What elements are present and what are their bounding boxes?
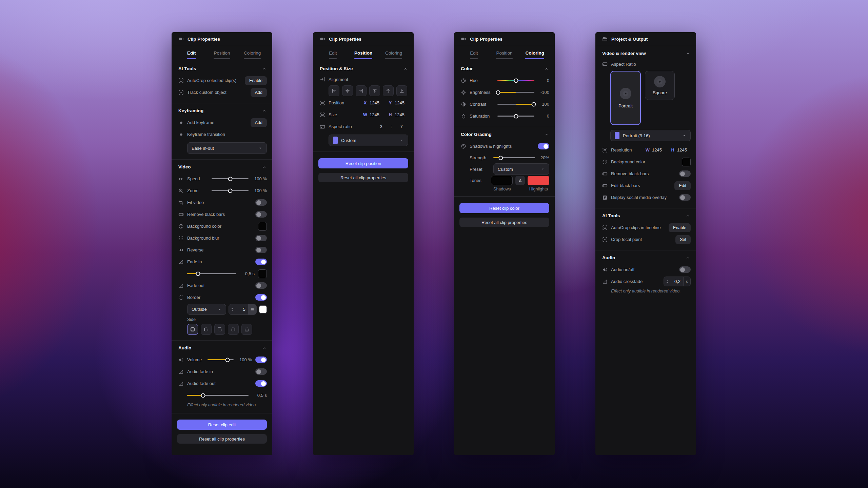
border-color-swatch[interactable] <box>259 305 267 313</box>
section-header[interactable]: Keyframing <box>172 107 272 114</box>
border-style-dropdown[interactable]: Outside <box>187 304 226 315</box>
contrast-slider[interactable] <box>497 102 534 107</box>
chevron-up-icon[interactable] <box>262 109 266 113</box>
align-bottom-button[interactable] <box>396 85 407 96</box>
highlights-color-swatch[interactable] <box>528 176 549 185</box>
side-bottom-button[interactable] <box>241 324 252 335</box>
grading-preset-dropdown[interactable]: Custom <box>493 163 549 175</box>
section-header[interactable]: Color <box>454 65 555 72</box>
side-right-button[interactable] <box>228 324 239 335</box>
aspect-card-portrait[interactable]: Portrait <box>610 71 641 125</box>
x-value-field[interactable]: 1245 <box>370 100 383 105</box>
autocrop-enable-button[interactable]: Enable <box>669 223 691 232</box>
background-blur-toggle[interactable] <box>255 235 267 241</box>
tab-coloring[interactable]: Coloring <box>378 50 409 61</box>
tab-position[interactable]: Position <box>348 50 379 61</box>
section-header[interactable]: Video & render view <box>595 50 696 57</box>
swap-tones-button[interactable] <box>515 176 525 185</box>
crossfade-value-field[interactable]: 0,2 <box>671 279 683 284</box>
align-left-button[interactable] <box>329 85 339 96</box>
h-value-field[interactable]: 1245 <box>395 112 408 117</box>
volume-slider[interactable] <box>208 358 234 362</box>
section-header[interactable]: AI Tools <box>172 65 272 72</box>
align-center-vertical-button[interactable] <box>383 85 394 96</box>
stepper-updown-icon[interactable] <box>664 280 671 284</box>
reset-all-clip-properties-button[interactable]: Reset all clip properties <box>318 173 408 182</box>
tab-edit[interactable]: Edit <box>459 50 489 61</box>
reset-clip-edit-button[interactable]: Reset clip edit <box>177 420 267 430</box>
section-header[interactable]: Video <box>172 164 272 170</box>
volume-toggle[interactable] <box>255 357 267 363</box>
remove-black-bars-toggle[interactable] <box>255 211 267 218</box>
autocrop-enable-button[interactable]: Enable <box>245 76 267 85</box>
background-color-swatch[interactable] <box>258 222 267 231</box>
section-header[interactable]: Audio <box>595 255 696 261</box>
keyframe-transition-dropdown[interactable]: Ease in-out <box>187 142 267 154</box>
reverse-toggle[interactable] <box>255 247 267 253</box>
chevron-up-icon[interactable] <box>403 67 408 71</box>
keyframe-add-button[interactable]: Add <box>251 118 267 127</box>
social-overlay-toggle[interactable] <box>679 194 691 201</box>
audio-fade-out-duration-slider[interactable] <box>187 393 249 398</box>
h-value-field[interactable]: 1245 <box>677 147 691 152</box>
fade-in-color-swatch[interactable] <box>258 269 267 278</box>
tab-position[interactable]: Position <box>207 50 237 61</box>
audio-onoff-toggle[interactable] <box>679 266 691 273</box>
chevron-up-icon[interactable] <box>686 214 690 218</box>
remove-black-bars-toggle[interactable] <box>679 170 691 177</box>
brightness-slider[interactable] <box>497 90 534 95</box>
side-left-button[interactable] <box>201 324 212 335</box>
align-center-horizontal-button[interactable] <box>342 85 353 96</box>
chevron-up-icon[interactable] <box>686 52 690 56</box>
aspect-b-field[interactable]: 7 <box>395 124 408 129</box>
tab-edit[interactable]: Edit <box>318 50 348 61</box>
border-width-stepper[interactable]: 5 <box>229 304 257 315</box>
zoom-slider[interactable] <box>212 188 249 193</box>
fade-in-duration-slider[interactable] <box>187 271 236 276</box>
w-value-field[interactable]: 1245 <box>370 112 383 117</box>
tab-coloring[interactable]: Coloring <box>519 50 550 61</box>
reset-all-clip-properties-button[interactable]: Reset all clip properties <box>177 434 267 444</box>
audio-fade-out-toggle[interactable] <box>255 380 267 387</box>
fit-video-toggle[interactable] <box>255 199 267 206</box>
focal-point-set-button[interactable]: Set <box>675 235 691 244</box>
w-value-field[interactable]: 1245 <box>652 147 666 152</box>
chevron-up-icon[interactable] <box>545 67 549 71</box>
shadows-highlights-toggle[interactable] <box>538 143 549 149</box>
background-color-swatch[interactable] <box>682 158 691 166</box>
section-header[interactable]: Position & Size <box>313 65 414 72</box>
aspect-preset-dropdown[interactable]: Custom <box>329 135 408 146</box>
saturation-slider[interactable] <box>497 114 534 119</box>
reset-clip-position-button[interactable]: Reset clip position <box>318 158 408 168</box>
aspect-ratio-dropdown[interactable]: Portrait (9:16) <box>610 130 691 141</box>
chevron-up-icon[interactable] <box>262 67 266 71</box>
chevron-up-icon[interactable] <box>686 256 690 260</box>
fade-in-toggle[interactable] <box>255 259 267 265</box>
chevron-up-icon[interactable] <box>545 133 549 137</box>
y-value-field[interactable]: 1245 <box>395 100 408 105</box>
border-toggle[interactable] <box>255 294 267 301</box>
align-top-button[interactable] <box>369 85 380 96</box>
chevron-up-icon[interactable] <box>262 346 266 350</box>
stepper-updown-icon[interactable] <box>229 307 236 311</box>
side-all-button[interactable] <box>187 324 198 335</box>
audio-fade-in-toggle[interactable] <box>255 368 267 375</box>
align-right-button[interactable] <box>356 85 367 96</box>
section-header[interactable]: AI Tools <box>595 212 696 219</box>
fade-out-toggle[interactable] <box>255 282 267 289</box>
section-header[interactable]: Color Grading <box>454 131 555 138</box>
tab-position[interactable]: Position <box>489 50 520 61</box>
strength-slider[interactable] <box>493 156 535 160</box>
reset-clip-color-button[interactable]: Reset clip color <box>459 203 549 213</box>
reset-all-clip-properties-button[interactable]: Reset all clip properties <box>459 218 549 227</box>
crossfade-stepper[interactable]: 0,2 s <box>664 277 691 286</box>
aspect-a-field[interactable]: 3 <box>374 124 388 129</box>
shadows-color-swatch[interactable] <box>491 176 513 185</box>
tab-coloring[interactable]: Coloring <box>237 50 268 61</box>
speed-slider[interactable] <box>212 177 249 181</box>
section-header[interactable]: Audio <box>172 345 272 351</box>
edit-black-bars-button[interactable]: Edit <box>674 181 691 190</box>
chevron-up-icon[interactable] <box>262 165 266 169</box>
tab-edit[interactable]: Edit <box>176 50 207 61</box>
border-thickness-icon[interactable] <box>248 304 256 314</box>
